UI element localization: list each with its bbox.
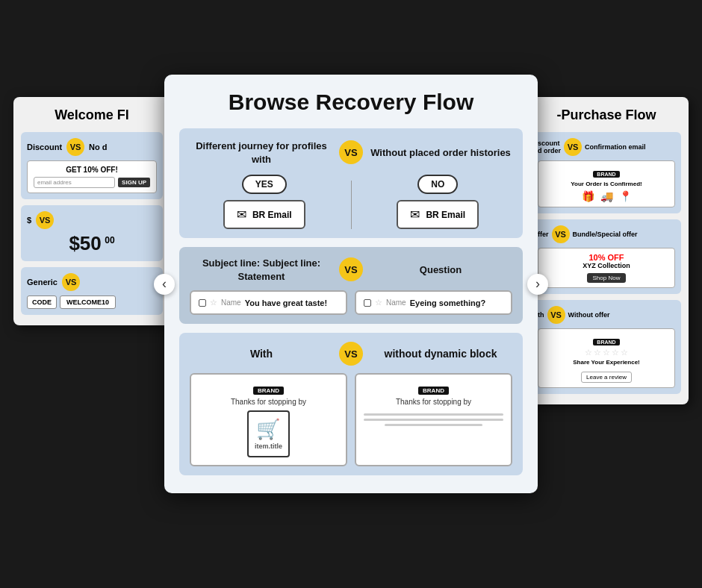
dynamic-left-label: With	[250, 348, 273, 360]
star-4: ☆	[612, 348, 619, 357]
journey-right-label: Without placed order histories	[370, 147, 511, 158]
dynamic-left-box: BRAND Thanks for stopping by 🛒 item.titl…	[190, 373, 347, 466]
without-offer-left-label: th	[538, 311, 544, 319]
name-label-left: Name	[221, 298, 241, 307]
code-value: WELCOME10	[60, 295, 116, 309]
price-cents: 00	[105, 235, 114, 245]
left-email-label: BR Email	[252, 210, 292, 220]
center-card: ‹ › Browse Recovery Flow Different journ…	[164, 75, 538, 493]
dollar-vs-badge: VS	[36, 211, 54, 229]
dollar-label: $	[27, 216, 31, 225]
collection-text: XYZ Collection	[543, 262, 670, 269]
journey-left-label: Different journey for profiles with	[196, 140, 327, 165]
bundle-section: ffer VS Bundle/Special offer 10% OFF XYZ…	[532, 219, 681, 294]
truck-icon: 🚚	[600, 190, 613, 202]
price-display: $50	[69, 232, 101, 254]
center-card-title: Browse Recovery Flow	[179, 90, 523, 115]
subject-section: Subject line: Subject line: Statement VS…	[179, 247, 523, 324]
star-left: ☆	[210, 298, 217, 307]
shop-now-button[interactable]: Shop Now	[587, 273, 627, 283]
signup-button[interactable]: SIGN UP	[118, 178, 150, 187]
star-1: ☆	[585, 348, 592, 357]
leave-review-button[interactable]: Leave a review	[581, 372, 632, 383]
text-lines-placeholder	[364, 413, 503, 426]
generic-section: Generic VS CODE WELCOME10	[21, 267, 163, 315]
off-text: 10% OFF	[543, 253, 670, 262]
star-right: ☆	[375, 298, 382, 307]
journey-vs-badge: VS	[339, 140, 363, 164]
right-card: -Purchase Flow scount d order VS Confirm…	[524, 97, 689, 404]
subject-statement-label: Subject line: Statement	[238, 257, 321, 282]
generic-vs-badge: VS	[62, 273, 80, 291]
dynamic-vs-badge: VS	[339, 342, 363, 366]
subject-right-label: Question	[420, 264, 462, 275]
right-card-title: -Purchase Flow	[532, 107, 681, 123]
right-subject-box: ☆ Name Eyeing something?	[355, 290, 512, 315]
without-offer-label: Without offer	[568, 311, 610, 319]
discount-label: Discount	[27, 143, 62, 151]
gift-icon: 🎁	[582, 190, 594, 202]
confirm-text: Your Order is Confirmed!	[543, 181, 670, 187]
checkbox-right	[364, 299, 371, 307]
right-subject-text: Eyeing something?	[410, 298, 485, 307]
product-box: 🛒 item.title	[247, 410, 290, 457]
brand-badge-confirm: BRAND	[593, 171, 619, 178]
bundle-label: Bundle/Special offer	[573, 231, 638, 238]
right-email-label: BR Email	[426, 210, 465, 220]
dynamic-brand-left: BRAND	[253, 387, 284, 395]
branch-divider	[351, 181, 352, 229]
cart-icon: 🛒	[255, 418, 282, 441]
left-card: Welcome Fl Discount VS No d GET 10% OFF!…	[13, 97, 170, 325]
dollar-section: $ VS $50 00	[21, 205, 163, 261]
brand-badge-review: BRAND	[593, 339, 619, 345]
yes-label: YES	[242, 175, 287, 194]
right-envelope-icon: ✉	[410, 207, 420, 222]
review-section: th VS Without offer BRAND ☆ ☆ ☆ ☆ ☆ Shar…	[532, 300, 681, 394]
offer-label: ffer	[538, 231, 549, 238]
dynamic-text-right: Thanks for stopping by	[364, 398, 503, 406]
nav-left-arrow[interactable]: ‹	[154, 274, 175, 295]
left-card-title: Welcome Fl	[21, 107, 163, 123]
confirm-vs-badge: VS	[564, 138, 582, 156]
left-email-box: ✉ BR Email	[223, 200, 305, 229]
generic-label: Generic	[27, 278, 58, 287]
star-5: ☆	[621, 348, 628, 357]
confirm-icons: 🎁 🚚 📍	[543, 190, 670, 202]
star-3: ☆	[603, 348, 610, 357]
left-envelope-icon: ✉	[237, 207, 246, 222]
confirmation-email-label: Confirmation email	[585, 143, 646, 151]
dynamic-text-left: Thanks for stopping by	[199, 398, 338, 406]
dynamic-right-box: BRAND Thanks for stopping by	[355, 373, 512, 466]
code-label: CODE	[27, 295, 57, 309]
discount-order-label2: d order	[538, 147, 561, 154]
review-text: Share Your Experience!	[543, 359, 670, 366]
name-label-right: Name	[386, 298, 406, 307]
star-2: ☆	[594, 348, 601, 357]
checkbox-left	[199, 299, 206, 307]
discount-section: Discount VS No d GET 10% OFF! email addr…	[21, 132, 163, 199]
dynamic-section: With VS without dynamic block BRAND Than…	[179, 333, 523, 475]
subject-vs-badge: VS	[339, 257, 363, 281]
discount-right-label: No d	[89, 143, 107, 151]
journey-section: Different journey for profiles with VS W…	[179, 128, 523, 238]
get-offer-text: GET 10% OFF!	[34, 166, 150, 174]
review-vs-badge: VS	[547, 306, 565, 324]
right-email-box: ✉ BR Email	[397, 200, 479, 229]
nav-right-arrow[interactable]: ›	[527, 274, 548, 295]
left-subject-text: You have great taste!	[245, 298, 327, 307]
confirmation-section: scount d order VS Confirmation email BRA…	[532, 132, 681, 213]
item-title: item.title	[255, 442, 282, 450]
discount-vs-badge: VS	[66, 138, 84, 156]
email-input-placeholder[interactable]: email addres	[34, 177, 115, 188]
stars-row: ☆ ☆ ☆ ☆ ☆	[543, 348, 670, 357]
dynamic-right-label: without dynamic block	[385, 348, 497, 360]
left-subject-box: ☆ Name You have great taste!	[190, 290, 347, 315]
offer-vs-badge: VS	[552, 225, 570, 243]
discount-order-label: scount	[538, 140, 561, 147]
pin-icon: 📍	[619, 190, 632, 202]
no-label: NO	[417, 175, 458, 194]
dynamic-brand-right: BRAND	[418, 387, 449, 395]
